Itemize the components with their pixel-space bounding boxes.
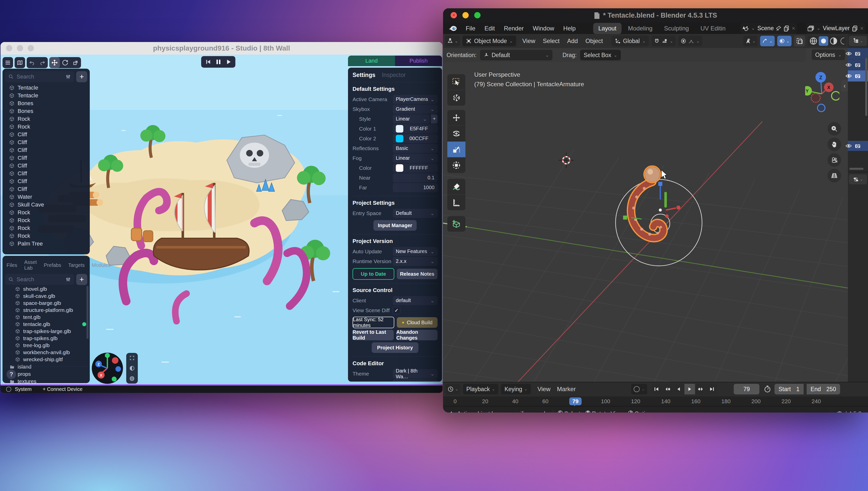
hierarchy-item[interactable]: Bones (2, 107, 90, 115)
render-visibility-camera-icon[interactable] (855, 73, 862, 79)
hierarchy-item[interactable]: Rock (2, 115, 90, 123)
frame-start-field[interactable]: Start1 (775, 384, 803, 395)
hierarchy-item[interactable]: Tentacle (2, 84, 90, 92)
chevron-down-icon[interactable]: ⌄ (696, 39, 699, 44)
timeline-tick[interactable]: 40 (512, 398, 518, 404)
options-button[interactable]: Options⌄ (812, 50, 845, 60)
viewport-menu-item[interactable]: Select (543, 37, 560, 45)
active-camera-select[interactable]: PlayerCamera (393, 95, 438, 104)
timeline-tick[interactable]: 140 (661, 398, 670, 404)
menu-item[interactable]: Edit (484, 25, 495, 32)
color1-field[interactable]: E5F4FF (393, 124, 438, 133)
play-icon[interactable] (226, 59, 231, 65)
move-tool[interactable] (447, 110, 466, 125)
play-button[interactable] (684, 384, 695, 395)
outliner-editor-type-button[interactable]: ⌄ (849, 36, 867, 46)
outliner-row[interactable] (848, 59, 868, 70)
system-menu[interactable]: System (15, 386, 32, 392)
files-tab[interactable]: Prefabs (44, 262, 61, 268)
scene-datablock-icon[interactable] (742, 25, 749, 31)
shading-icon[interactable] (129, 366, 135, 371)
folder-item[interactable]: textures (2, 378, 90, 384)
shading-rendered-icon[interactable] (839, 36, 845, 46)
hierarchy-item[interactable]: Rock (2, 123, 90, 131)
outliner-scrollbar[interactable] (865, 58, 867, 116)
scene-name[interactable]: Scene (757, 25, 774, 32)
pin-icon[interactable] (776, 26, 781, 31)
play-reverse-button[interactable] (674, 384, 684, 395)
filter-icon[interactable] (66, 74, 71, 79)
annotate-tool[interactable] (447, 179, 466, 195)
file-item[interactable]: trap-spikes.glb (2, 335, 90, 342)
timeline-tick[interactable]: 20 (482, 398, 488, 404)
outliner-row[interactable] (848, 141, 868, 151)
auto-update-select[interactable]: New Features (393, 247, 438, 256)
keying-menu[interactable]: Keying⌄ (501, 384, 531, 395)
undo-icon[interactable] (27, 57, 37, 68)
blender-logo-icon[interactable] (449, 25, 457, 32)
release-notes-button[interactable]: Release Notes (397, 269, 438, 279)
editor-type-button[interactable]: ⌄ (445, 36, 460, 46)
select-box-tool[interactable] (447, 74, 466, 90)
hierarchy-item[interactable]: Cliff (2, 162, 90, 170)
workspace-tab[interactable]: Layout (593, 23, 621, 34)
rotate-tool[interactable] (447, 126, 466, 141)
jump-to-end-button[interactable] (707, 384, 717, 395)
help-icon[interactable]: ? (6, 370, 16, 379)
tab-settings[interactable]: Settings (353, 72, 376, 79)
hierarchy-item[interactable]: Cliff (2, 154, 90, 162)
collapse-sidebar-icon[interactable]: ‹ (841, 80, 848, 91)
grid-globe-icon[interactable] (129, 376, 135, 381)
style-add-button[interactable]: + (431, 114, 438, 123)
project-history-button[interactable]: Project History (372, 342, 418, 353)
outliner-row[interactable] (848, 48, 868, 59)
timeline-ruler[interactable]: 020406079100120140160180200220240 (443, 397, 868, 406)
menu-item[interactable]: Window (533, 25, 554, 32)
xray-toggle[interactable]: ⌄ (777, 36, 791, 46)
tab-land[interactable]: Land (348, 56, 395, 66)
chevron-down-icon[interactable]: ⌄ (669, 39, 673, 44)
hierarchy-item[interactable]: Cliff (2, 177, 90, 185)
show-overlays-toggle[interactable]: ⌄ (760, 36, 775, 46)
network-offline-icon[interactable] (836, 411, 843, 413)
files-tab[interactable]: Targets (68, 262, 85, 268)
remove-viewlayer-icon[interactable]: × (860, 25, 864, 32)
studio-3d-viewport[interactable]: + Tentacle Tentacle (0, 55, 443, 384)
playback-menu[interactable]: Playback⌄ (463, 384, 499, 395)
rotate-tool-button[interactable] (60, 57, 70, 68)
cloud-build-button[interactable]: ●Cloud Build (397, 317, 438, 328)
move-tool-button[interactable] (49, 57, 60, 68)
near-input[interactable]: 0.1 (393, 173, 438, 182)
entry-space-select[interactable]: Default (393, 209, 438, 218)
studio-titlebar[interactable]: physicsplayground916 - Studio | 8th Wall (0, 42, 443, 55)
file-item[interactable]: structure-platform.glb (2, 307, 90, 314)
file-item[interactable]: tree-log.glb (2, 342, 90, 349)
outliner-row-active[interactable] (848, 70, 868, 82)
pause-icon[interactable] (216, 59, 221, 65)
viewport-menu-item[interactable]: View (522, 37, 535, 45)
menu-item[interactable]: File (466, 25, 476, 32)
hierarchy-item[interactable]: Palm Tree (2, 240, 90, 248)
eye-icon[interactable] (845, 62, 852, 68)
timeline-tick[interactable]: 240 (812, 398, 821, 404)
color2-field[interactable]: 00CCFF (393, 134, 438, 143)
fog-color-field[interactable]: FFFFFF (393, 164, 438, 173)
timeline-tick[interactable]: 0 (454, 398, 457, 404)
menu-item[interactable]: Help (563, 25, 575, 32)
style-select[interactable]: Linear (393, 114, 430, 123)
timeline-view-menu[interactable]: View (537, 385, 550, 393)
chevron-down-icon[interactable]: ⌄ (642, 387, 645, 392)
hierarchy-item[interactable]: Cliff (2, 146, 90, 154)
hierarchy-item[interactable]: Water (2, 193, 90, 201)
add-file-button[interactable]: + (76, 274, 87, 285)
frame-view-icon[interactable] (129, 355, 135, 361)
abandon-changes-button[interactable]: Abandon Changes (396, 330, 438, 340)
jump-to-start-button[interactable] (651, 384, 662, 395)
up-to-date-button[interactable]: Up to Date (353, 268, 394, 280)
redo-icon[interactable] (37, 57, 48, 68)
color1-swatch[interactable] (396, 125, 403, 133)
camera-view-icon[interactable] (828, 153, 841, 167)
eye-icon[interactable] (845, 143, 852, 149)
files-tab[interactable]: Asset Lab (24, 259, 37, 271)
timeline-tick[interactable]: 60 (542, 398, 548, 404)
